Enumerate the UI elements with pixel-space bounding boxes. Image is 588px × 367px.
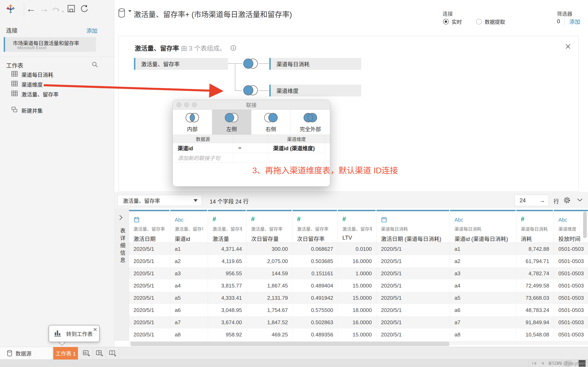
close-panel-icon[interactable] bbox=[565, 43, 571, 50]
table-cell: 2020/5/1 bbox=[129, 255, 170, 267]
tab-join-left[interactable]: 左侧 bbox=[212, 110, 251, 134]
joined-table-pill-top[interactable]: 渠道每日消耗 bbox=[269, 58, 361, 70]
joined-table-pill-bottom[interactable]: 渠道维度 bbox=[269, 85, 361, 96]
clause-left-field[interactable]: 渠道id bbox=[173, 143, 233, 153]
connection-type: Microsoft Excel bbox=[17, 45, 46, 50]
tab-join-outer[interactable]: 完全外部 bbox=[291, 110, 330, 134]
column-header[interactable]: 渠道每日消耗激活日期 (渠道每日消耗) bbox=[376, 210, 450, 243]
live-radio[interactable]: 实时 bbox=[443, 18, 462, 25]
column-table-name: 激活量、留存率 bbox=[297, 225, 333, 232]
tooltip-text: 转到工作表 bbox=[66, 330, 93, 337]
connection-item[interactable]: 市场渠道每日激活量和留存率 Microsoft Excel bbox=[4, 37, 96, 52]
window-close-icon[interactable] bbox=[176, 102, 181, 107]
table-cell: a2 bbox=[170, 255, 208, 267]
table-cell: 61,794.71 bbox=[516, 255, 554, 267]
sidebar-item-sheet-2[interactable]: 激活量、留存率 bbox=[11, 89, 59, 99]
table-cell: a4 bbox=[170, 280, 208, 292]
table-cell: 16.0000 bbox=[338, 316, 376, 328]
watermark-text: CSDN @yw.yiwei bbox=[549, 361, 585, 366]
join-connector bbox=[235, 63, 235, 91]
save-icon[interactable] bbox=[67, 3, 76, 14]
column-header[interactable]: #激活量、留存率次日留存量 bbox=[247, 210, 293, 243]
column-header[interactable]: #激活量、留存率次日留存率 bbox=[293, 210, 338, 243]
table-cell: 0.491942 bbox=[293, 292, 338, 304]
column-header[interactable]: 激活量、留存率激活日期 bbox=[129, 210, 170, 243]
column-header[interactable]: Abc激活量、留存率渠道id bbox=[170, 210, 208, 243]
table-cell: a1 bbox=[450, 243, 516, 255]
table-selector-value: 激活量、留存率 bbox=[123, 197, 160, 204]
tab-sheet1[interactable]: 工作表 1 bbox=[53, 347, 78, 359]
tooltip-close-icon[interactable] bbox=[93, 327, 97, 333]
column-header[interactable]: #激活量、留存率LTV bbox=[338, 210, 376, 243]
join-type-tabs: 内部 左侧 右侧 完全外部 bbox=[173, 110, 330, 134]
first-page-icon[interactable] bbox=[532, 361, 537, 366]
annotation-text: 3、再拖入渠道维度表，默认渠道 ID连接 bbox=[252, 164, 398, 176]
window-minimize-icon[interactable] bbox=[184, 102, 189, 107]
live-label: 实时 bbox=[452, 18, 462, 25]
column-header[interactable]: Abc渠道维度投放时间 bbox=[554, 210, 588, 243]
datasource-caret-icon[interactable] bbox=[128, 12, 131, 16]
tab-join-inner[interactable]: 内部 bbox=[173, 110, 212, 134]
new-worksheet-button[interactable] bbox=[80, 347, 93, 359]
collapse-chevron-icon[interactable] bbox=[577, 198, 583, 203]
table-cell: 0501-0503 bbox=[554, 316, 588, 328]
undo-icon[interactable]: ← bbox=[26, 3, 36, 14]
sidebar-item-sheet-0[interactable]: 渠道每日消耗 bbox=[11, 70, 53, 79]
clause-operator[interactable]: = bbox=[233, 143, 268, 153]
table-row: 2020/5/1a8958.92469.250.48935615.0000202… bbox=[129, 328, 588, 341]
column-header[interactable]: #激活量、留存率激活量 bbox=[208, 210, 247, 243]
search-icon[interactable] bbox=[91, 61, 98, 69]
fields-rows-summary: 14 个字段 24 行 bbox=[210, 197, 249, 205]
join-clause-row: 渠道id = 渠道id (渠道维度) bbox=[173, 143, 330, 153]
tab-datasource[interactable]: 数据源 bbox=[0, 347, 53, 359]
previous-page-icon[interactable] bbox=[540, 361, 545, 366]
table-row: 2020/5/1a24,119.652,075.000.50368516.000… bbox=[129, 255, 588, 267]
tab-join-right[interactable]: 右侧 bbox=[251, 110, 291, 134]
inner-join-icon bbox=[185, 112, 200, 123]
table-cell: 8,742.88 bbox=[516, 243, 554, 255]
rows-count-input[interactable]: 24 → bbox=[515, 195, 549, 206]
toolbar-divider bbox=[24, 2, 24, 17]
joined-table-label: 渠道维度 bbox=[277, 87, 298, 95]
column-table-name: 激活量、留存率 bbox=[251, 225, 288, 232]
new-story-button[interactable] bbox=[106, 347, 119, 359]
column-field-name: 激活日期 (渠道每日消耗) bbox=[381, 235, 445, 243]
left-sidebar: ← → 连接 添加 市场渠道每日激活量和留存率 Microsoft Excel … bbox=[0, 0, 114, 347]
info-icon[interactable] bbox=[230, 45, 236, 52]
table-cell: 2020/5/1 bbox=[376, 304, 450, 316]
join-dialog-titlebar[interactable]: 联接 bbox=[173, 100, 330, 110]
join-venn-icon-top[interactable] bbox=[242, 57, 259, 71]
go-to-worksheet-tooltip[interactable]: 转到工作表 bbox=[49, 325, 100, 342]
sidebar-item-new-union[interactable]: 新建并集 bbox=[11, 106, 43, 115]
filters-add-link[interactable]: 添加 bbox=[569, 17, 580, 25]
extract-radio[interactable]: 数据提取 bbox=[476, 18, 505, 25]
data-grid: 激活量、留存率激活日期Abc激活量、留存率渠道id#激活量、留存率激活量#激活量… bbox=[129, 210, 588, 341]
table-cell: 2020/5/1 bbox=[129, 304, 170, 316]
sidebar-item-sheet-1[interactable]: 渠道维度 bbox=[11, 80, 43, 89]
column-header[interactable]: Abc渠道每日消耗渠道id (渠道每日消耗) bbox=[450, 210, 516, 243]
add-clause-placeholder[interactable]: 添加新的联接子句 bbox=[173, 153, 233, 163]
add-connection-link[interactable]: 添加 bbox=[86, 26, 97, 34]
join-clause-headers: 数据源 渠道维度 bbox=[173, 134, 330, 143]
window-zoom-icon[interactable] bbox=[192, 102, 197, 107]
column-header[interactable]: #渠道每日消耗消耗 bbox=[516, 210, 554, 243]
table-cell: 956.55 bbox=[208, 267, 247, 280]
table-cell: 15.0000 bbox=[338, 280, 376, 292]
root-table-pill[interactable]: 激活量、留存率 bbox=[134, 58, 228, 70]
datasource-db-icon[interactable] bbox=[118, 8, 127, 18]
refresh-icon[interactable] bbox=[80, 3, 89, 14]
page-title: 激活量、留存率+ (市场渠道每日激活量和留存率) bbox=[134, 8, 292, 19]
expand-chevron-icon[interactable] bbox=[119, 215, 123, 221]
join-venn-icon-bottom[interactable] bbox=[242, 83, 259, 97]
table-cell: a7 bbox=[170, 316, 208, 328]
table-cell: 2020/5/1 bbox=[129, 328, 170, 341]
table-selector-dropdown[interactable]: 激活量、留存率 bbox=[117, 195, 202, 206]
gear-icon[interactable] bbox=[563, 196, 571, 205]
side-panel-label[interactable]: 表详细信息 bbox=[119, 228, 126, 265]
new-dashboard-button[interactable] bbox=[93, 347, 106, 359]
table-cell: 144.59 bbox=[247, 267, 293, 280]
table-cell: 1,867.45 bbox=[247, 280, 293, 292]
vertical-scrollbar[interactable] bbox=[583, 212, 587, 238]
horizontal-scrollbar[interactable] bbox=[131, 342, 449, 346]
clause-right-field[interactable]: 渠道id (渠道维度) bbox=[268, 143, 325, 153]
